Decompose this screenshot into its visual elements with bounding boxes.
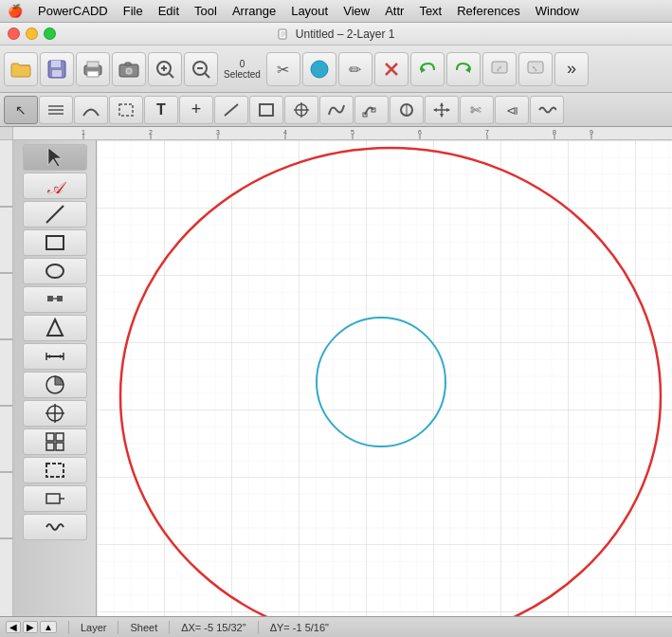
bezier-icon bbox=[362, 101, 381, 118]
hatch-icon bbox=[46, 102, 65, 118]
calligraphy-tool-btn[interactable]: 𝒜 bbox=[23, 173, 87, 199]
nav-right-btn[interactable]: ▶ bbox=[23, 621, 38, 633]
bezier-tool-btn[interactable] bbox=[354, 96, 389, 124]
line-tool-btn[interactable] bbox=[214, 96, 248, 124]
svg-marker-49 bbox=[440, 114, 444, 118]
view-menu[interactable]: View bbox=[336, 4, 377, 18]
label-draw-btn[interactable] bbox=[23, 485, 87, 512]
selection-count: 0 Selected bbox=[220, 57, 264, 82]
arc-tool-btn[interactable] bbox=[74, 96, 108, 124]
arrange-menu[interactable]: Arrange bbox=[225, 4, 283, 18]
undo-btn[interactable] bbox=[410, 52, 445, 86]
rect-tool-btn[interactable] bbox=[249, 96, 283, 124]
svg-text:⤣: ⤣ bbox=[532, 64, 538, 73]
line-draw-icon bbox=[44, 203, 66, 226]
redo-icon bbox=[453, 59, 474, 80]
camera-btn[interactable] bbox=[112, 52, 146, 86]
svg-rect-89 bbox=[46, 236, 64, 249]
svg-text:2: 2 bbox=[149, 129, 153, 136]
ruler-corner bbox=[0, 127, 13, 140]
rect-draw-btn[interactable] bbox=[23, 229, 87, 256]
more-tools-btn[interactable]: » bbox=[554, 52, 589, 86]
select-tool-btn[interactable] bbox=[23, 144, 87, 171]
powercadd-menu[interactable]: PowerCADD bbox=[30, 4, 116, 18]
zoom-in-btn[interactable] bbox=[148, 52, 182, 86]
nav-up-btn[interactable]: ▲ bbox=[40, 621, 57, 633]
zoom-out-btn[interactable] bbox=[184, 52, 218, 86]
svg-rect-108 bbox=[56, 443, 64, 450]
import-btn[interactable]: ⤣ bbox=[518, 52, 553, 86]
drawing-canvas[interactable] bbox=[97, 140, 672, 616]
ellipse-draw-btn[interactable] bbox=[23, 258, 87, 284]
polygon-icon bbox=[44, 317, 66, 339]
select-rect-icon bbox=[117, 101, 136, 118]
text-tool-btn[interactable]: T bbox=[144, 96, 178, 124]
eyelet-tool-btn[interactable] bbox=[390, 96, 424, 124]
plus-tool-btn[interactable]: + bbox=[179, 96, 213, 124]
save-btn[interactable] bbox=[40, 52, 74, 86]
freehand-draw-btn[interactable] bbox=[23, 514, 87, 540]
apple-menu[interactable]: 🍎 bbox=[0, 4, 30, 18]
print-btn[interactable] bbox=[76, 52, 110, 86]
trim-tool-btn[interactable]: ⧏ bbox=[495, 96, 529, 124]
delete-btn[interactable] bbox=[374, 52, 409, 86]
svg-rect-9 bbox=[87, 62, 99, 67]
select-rect-tool-btn[interactable] bbox=[109, 96, 143, 124]
hatch-tool-btn[interactable] bbox=[39, 96, 73, 124]
crosshair-icon bbox=[292, 101, 311, 118]
polygon-draw-btn[interactable] bbox=[23, 315, 87, 341]
svg-point-23 bbox=[311, 61, 328, 78]
freehand-icon bbox=[44, 516, 66, 538]
svg-text:✄: ✄ bbox=[470, 102, 481, 118]
nav-left-btn[interactable]: ◀ bbox=[6, 621, 21, 633]
minimize-button[interactable] bbox=[26, 27, 38, 40]
pen-btn[interactable]: ✏ bbox=[338, 52, 372, 86]
svg-marker-48 bbox=[440, 102, 444, 106]
close-button[interactable] bbox=[8, 27, 20, 40]
register-btn[interactable] bbox=[23, 428, 87, 455]
open-btn[interactable] bbox=[4, 52, 38, 86]
svg-text:4: 4 bbox=[283, 129, 287, 136]
attr-menu[interactable]: Attr bbox=[377, 4, 411, 18]
redo-btn[interactable] bbox=[446, 52, 481, 86]
tool-menu[interactable]: Tool bbox=[187, 4, 225, 18]
circle-fill-btn[interactable] bbox=[302, 52, 336, 86]
dashed-rect-btn[interactable] bbox=[23, 457, 87, 483]
nav-controls: ◀ ▶ ▲ bbox=[6, 621, 57, 633]
edit-menu[interactable]: Edit bbox=[151, 4, 187, 18]
line-draw-btn[interactable] bbox=[23, 201, 87, 228]
vertical-ruler: 2 3 4 5 6 7 bbox=[0, 140, 13, 616]
dimension-btn[interactable] bbox=[23, 343, 87, 370]
file-menu[interactable]: File bbox=[116, 4, 151, 18]
arrow-tool-btn[interactable]: ↖ bbox=[4, 96, 38, 124]
wave-tool-btn[interactable] bbox=[530, 96, 564, 124]
scissors-icon: ✂ bbox=[273, 59, 294, 80]
crosshair-tool-btn[interactable] bbox=[284, 96, 318, 124]
svg-rect-54 bbox=[13, 127, 672, 140]
window-controls bbox=[8, 27, 56, 40]
delta-y: ΔY= -1 5/16" bbox=[270, 622, 329, 633]
window-menu[interactable]: Window bbox=[528, 4, 587, 18]
curve-arc-btn[interactable] bbox=[319, 96, 354, 124]
move-tool-btn[interactable] bbox=[425, 96, 459, 124]
svg-text:3: 3 bbox=[216, 129, 220, 136]
references-menu[interactable]: References bbox=[449, 4, 527, 18]
register-icon bbox=[44, 430, 66, 453]
svg-rect-106 bbox=[56, 433, 64, 441]
trim-icon: ⧏ bbox=[502, 101, 521, 118]
maximize-button[interactable] bbox=[44, 27, 56, 40]
svg-text:𝒜: 𝒜 bbox=[46, 178, 66, 197]
dashed-rect-icon bbox=[44, 459, 66, 482]
export-icon: ⤤ bbox=[489, 59, 510, 80]
export-btn[interactable]: ⤤ bbox=[482, 52, 517, 86]
pie-icon bbox=[44, 373, 66, 396]
text-menu[interactable]: Text bbox=[411, 4, 449, 18]
scissors2-tool-btn[interactable]: ✄ bbox=[460, 96, 494, 124]
cut-btn[interactable]: ✂ bbox=[266, 52, 300, 86]
svg-rect-92 bbox=[57, 296, 63, 301]
crosshair-draw-btn[interactable] bbox=[23, 400, 87, 427]
menubar: 🍎 PowerCADD File Edit Tool Arrange Layou… bbox=[0, 0, 672, 23]
node-draw-btn[interactable] bbox=[23, 286, 87, 313]
layout-menu[interactable]: Layout bbox=[283, 4, 336, 18]
pie-draw-btn[interactable] bbox=[23, 372, 87, 398]
